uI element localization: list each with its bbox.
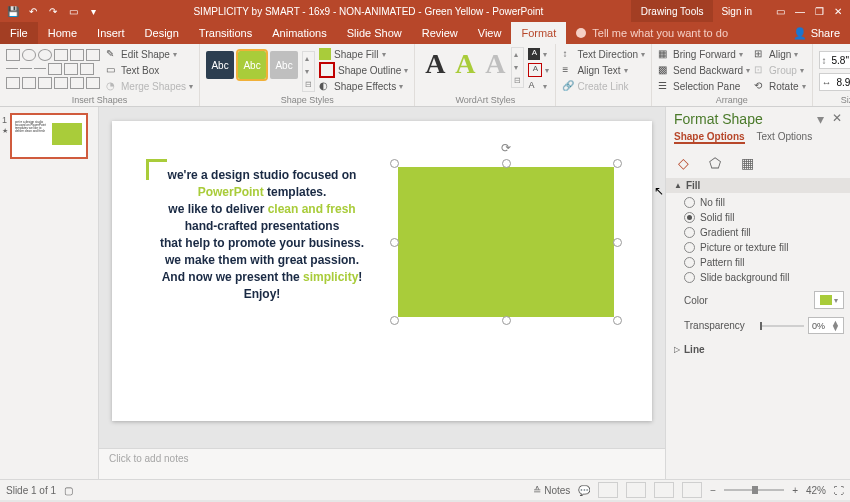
undo-icon[interactable]: ↶ — [26, 4, 40, 18]
wordart-3[interactable]: A — [481, 47, 509, 81]
shape-style-gallery[interactable]: Abc Abc Abc ▴▾⊟ — [206, 47, 315, 92]
slide-thumbnail-1[interactable]: 1 ★ we're a design studio focused on Pow… — [10, 113, 88, 159]
shape-fill-button[interactable]: Shape Fill▾ — [319, 47, 408, 61]
body-text-block[interactable]: we're a design studio focused on PowerPo… — [154, 167, 370, 303]
contextual-tab-label: Drawing Tools — [631, 0, 714, 22]
selected-shape[interactable]: ⟳ — [394, 163, 618, 321]
rectangle-shape[interactable] — [398, 167, 614, 317]
text-effects-button[interactable]: A▾ — [528, 79, 549, 93]
resize-handle-w[interactable] — [390, 238, 399, 247]
tab-format[interactable]: Format — [511, 22, 566, 44]
wordart-gallery[interactable]: A A A ▴▾⊟ — [421, 47, 524, 88]
resize-handle-ne[interactable] — [613, 159, 622, 168]
text-options-tab[interactable]: Text Options — [757, 131, 813, 144]
pane-options-icon[interactable]: ▾ — [817, 111, 824, 127]
align-text-button[interactable]: ≡Align Text▾ — [562, 63, 645, 77]
transparency-slider[interactable] — [760, 325, 804, 327]
minimize-icon[interactable]: — — [795, 6, 805, 17]
send-backward-button[interactable]: ▩Send Backward▾ — [658, 63, 750, 77]
tell-me-search[interactable]: Tell me what you want to do — [566, 22, 782, 44]
slide-sorter-view-button[interactable] — [626, 482, 646, 498]
reading-view-button[interactable] — [654, 482, 674, 498]
fill-color-picker[interactable]: ▾ — [814, 291, 844, 309]
tab-home[interactable]: Home — [38, 22, 87, 44]
slide-canvas-area[interactable]: we're a design studio focused on PowerPo… — [99, 107, 665, 448]
height-input[interactable] — [830, 54, 850, 67]
style-swatch-1[interactable]: Abc — [206, 51, 234, 79]
fill-line-category-icon[interactable]: ◇ — [674, 154, 692, 172]
pattern-fill-radio[interactable]: Pattern fill — [684, 257, 844, 268]
tab-slideshow[interactable]: Slide Show — [337, 22, 412, 44]
bring-forward-button[interactable]: ▦Bring Forward▾ — [658, 47, 750, 61]
start-from-beginning-icon[interactable]: ▭ — [66, 4, 80, 18]
tab-file[interactable]: File — [0, 22, 38, 44]
shape-width-field[interactable]: ↔▲▼ — [819, 73, 850, 91]
share-button[interactable]: 👤 Share — [783, 22, 850, 44]
fit-to-window-button[interactable]: ⛶ — [834, 485, 844, 496]
solid-fill-radio[interactable]: Solid fill — [684, 212, 844, 223]
edit-shape-button[interactable]: ✎Edit Shape▾ — [106, 47, 193, 61]
tab-animations[interactable]: Animations — [262, 22, 336, 44]
qat-more-icon[interactable]: ▾ — [86, 4, 100, 18]
sign-in-link[interactable]: Sign in — [721, 6, 752, 17]
zoom-out-button[interactable]: − — [710, 485, 716, 496]
zoom-in-button[interactable]: + — [792, 485, 798, 496]
resize-handle-se[interactable] — [613, 316, 622, 325]
close-icon[interactable]: ✕ — [834, 6, 842, 17]
no-fill-radio[interactable]: No fill — [684, 197, 844, 208]
shape-options-tab[interactable]: Shape Options — [674, 131, 745, 144]
wordart-1[interactable]: A — [421, 47, 449, 81]
pane-close-icon[interactable]: ✕ — [832, 111, 842, 127]
style-swatch-3[interactable]: Abc — [270, 51, 298, 79]
tab-design[interactable]: Design — [135, 22, 189, 44]
slide-thumbnails-panel[interactable]: 1 ★ we're a design studio focused on Pow… — [0, 107, 99, 479]
text-outline-button[interactable]: A▾ — [528, 63, 549, 77]
tab-transitions[interactable]: Transitions — [189, 22, 262, 44]
style-swatch-2[interactable]: Abc — [238, 51, 266, 79]
notes-pane[interactable]: Click to add notes — [99, 448, 665, 479]
maximize-icon[interactable]: ❐ — [815, 6, 824, 17]
shape-height-field[interactable]: ↕▲▼ — [819, 51, 850, 69]
fill-section-header[interactable]: ▲ Fill ↖ — [666, 178, 850, 193]
line-section-header[interactable]: ▷ Line — [666, 342, 850, 357]
gradient-fill-radio[interactable]: Gradient fill — [684, 227, 844, 238]
selection-pane-button[interactable]: ☰Selection Pane — [658, 79, 750, 93]
selection-pane-icon: ☰ — [658, 80, 670, 92]
picture-fill-radio[interactable]: Picture or texture fill — [684, 242, 844, 253]
tab-insert[interactable]: Insert — [87, 22, 135, 44]
text-box-button[interactable]: ▭Text Box — [106, 63, 193, 77]
transparency-field[interactable]: 0%▲▼ — [808, 317, 844, 334]
rotate-button[interactable]: ⟲Rotate▾ — [754, 79, 805, 93]
shape-effects-button[interactable]: ◐Shape Effects▾ — [319, 79, 408, 93]
tab-review[interactable]: Review — [412, 22, 468, 44]
slide-bg-fill-radio[interactable]: Slide background fill — [684, 272, 844, 283]
resize-handle-nw[interactable] — [390, 159, 399, 168]
slide[interactable]: we're a design studio focused on PowerPo… — [112, 121, 652, 421]
text-direction-button[interactable]: ↕Text Direction▾ — [562, 47, 645, 61]
tab-view[interactable]: View — [468, 22, 512, 44]
rotation-handle-icon[interactable]: ⟳ — [501, 141, 511, 155]
notes-toggle[interactable]: ≙ Notes — [533, 485, 570, 496]
status-bar: Slide 1 of 1 ▢ ≙ Notes 💬 − + 42% ⛶ — [0, 479, 850, 500]
ribbon-options-icon[interactable]: ▭ — [776, 6, 785, 17]
language-indicator[interactable]: ▢ — [64, 485, 73, 496]
text-fill-button[interactable]: A▾ — [528, 47, 549, 61]
normal-view-button[interactable] — [598, 482, 618, 498]
zoom-slider[interactable] — [724, 489, 784, 491]
comments-toggle[interactable]: 💬 — [578, 485, 590, 496]
redo-icon[interactable]: ↷ — [46, 4, 60, 18]
slideshow-view-button[interactable] — [682, 482, 702, 498]
shapes-gallery[interactable] — [6, 47, 102, 89]
shape-outline-button[interactable]: Shape Outline▾ — [319, 63, 408, 77]
resize-handle-sw[interactable] — [390, 316, 399, 325]
effects-category-icon[interactable]: ⬠ — [706, 154, 724, 172]
resize-handle-s[interactable] — [502, 316, 511, 325]
save-icon[interactable]: 💾 — [6, 4, 20, 18]
align-button[interactable]: ⊞Align▾ — [754, 47, 805, 61]
width-input[interactable] — [835, 76, 850, 89]
wordart-2[interactable]: A — [451, 47, 479, 81]
resize-handle-e[interactable] — [613, 238, 622, 247]
resize-handle-n[interactable] — [502, 159, 511, 168]
zoom-value[interactable]: 42% — [806, 485, 826, 496]
size-properties-category-icon[interactable]: ▦ — [738, 154, 756, 172]
